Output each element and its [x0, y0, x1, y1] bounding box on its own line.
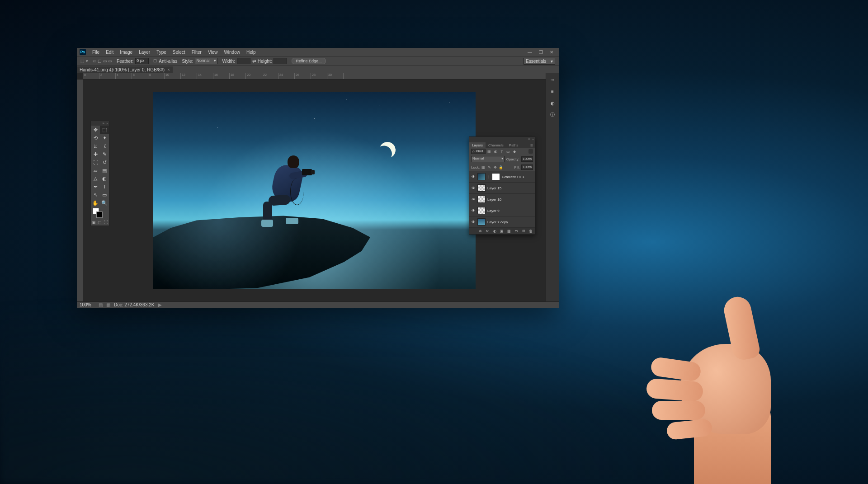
- filter-kind-select[interactable]: ⌕ Kind: [471, 149, 486, 154]
- layer-thumbnail[interactable]: [477, 207, 486, 214]
- history-brush-tool[interactable]: ↺: [100, 158, 109, 166]
- menu-type[interactable]: Type: [154, 49, 169, 56]
- minimize-button[interactable]: —: [525, 49, 534, 55]
- blend-mode-select[interactable]: Normal: [471, 156, 505, 162]
- pen-tool[interactable]: ✒: [91, 183, 100, 191]
- hand-tool[interactable]: ✋: [91, 199, 100, 207]
- info-icon[interactable]: ⓘ: [549, 111, 556, 118]
- document-tab[interactable]: Hands-41.png @ 100% (Layer 0, RGB/8#) ×: [77, 66, 173, 73]
- maximize-button[interactable]: ❐: [536, 49, 545, 55]
- marquee-shape-group[interactable]: ▭ ▢ ▭ ▭: [93, 59, 113, 63]
- collapse-icon[interactable]: ⇤: [528, 137, 531, 141]
- status-arrow-icon[interactable]: ▶: [158, 302, 162, 307]
- layer-row[interactable]: 👁Layer 10: [469, 194, 535, 205]
- expand-icon[interactable]: ⇥: [549, 76, 556, 83]
- menu-filter[interactable]: Filter: [189, 49, 204, 56]
- panel-menu-icon[interactable]: ≡: [528, 143, 535, 148]
- move-tool[interactable]: ✥: [91, 126, 100, 134]
- screenmode-button[interactable]: ⛶: [104, 220, 108, 225]
- layers-footer-icon[interactable]: fx: [485, 229, 490, 233]
- collapse-icon[interactable]: ⇤: [103, 122, 105, 125]
- status-icon[interactable]: ▤: [99, 302, 103, 307]
- visibility-icon[interactable]: 👁: [471, 174, 476, 179]
- filter-type-icon[interactable]: ▦: [486, 149, 492, 154]
- gradient-tool[interactable]: ▤: [100, 166, 109, 174]
- visibility-icon[interactable]: 👁: [471, 220, 476, 224]
- screenmode-button[interactable]: ▢: [98, 220, 102, 225]
- menu-image[interactable]: Image: [117, 49, 135, 56]
- feather-input[interactable]: 0 px: [135, 58, 149, 64]
- filter-type-icon[interactable]: ◆: [512, 149, 517, 154]
- layer-row[interactable]: 👁Layer 7 copy: [469, 216, 535, 228]
- filter-toggle[interactable]: [528, 149, 533, 154]
- layer-thumbnail[interactable]: [492, 173, 500, 180]
- layers-footer-icon[interactable]: 🗑: [528, 229, 533, 233]
- lock-option-icon[interactable]: 🔒: [499, 165, 503, 169]
- menu-view[interactable]: View: [205, 49, 221, 56]
- eraser-tool[interactable]: ▱: [91, 166, 100, 174]
- dodge-tool[interactable]: ◐: [100, 174, 109, 183]
- lock-option-icon[interactable]: ✥: [493, 165, 497, 169]
- layer-thumbnail[interactable]: [477, 173, 486, 180]
- filter-type-icon[interactable]: ▭: [505, 149, 511, 154]
- zoom-level[interactable]: 100%: [80, 302, 95, 307]
- zoom-tool[interactable]: 🔍: [100, 199, 109, 207]
- close-icon[interactable]: ×: [106, 122, 108, 125]
- lock-option-icon[interactable]: ▦: [481, 165, 486, 169]
- workspace-select[interactable]: Essentials▾: [524, 58, 555, 65]
- brush-tool[interactable]: ✎: [100, 150, 109, 158]
- swap-icon[interactable]: ⇄: [252, 59, 256, 64]
- history-icon[interactable]: ≡: [549, 88, 556, 95]
- menu-window[interactable]: Window: [221, 49, 243, 56]
- eyedropper-tool[interactable]: ⁒: [100, 142, 109, 150]
- layers-footer-icon[interactable]: ◐: [492, 229, 497, 233]
- visibility-icon[interactable]: 👁: [471, 197, 476, 202]
- width-input[interactable]: [237, 58, 250, 64]
- canvas[interactable]: [153, 92, 476, 289]
- type-tool[interactable]: T: [100, 183, 109, 191]
- visibility-icon[interactable]: 👁: [471, 186, 476, 190]
- marquee-tool[interactable]: ⬚: [100, 126, 109, 134]
- layer-row[interactable]: 👁Layer 15: [469, 183, 535, 194]
- layer-name[interactable]: Gradient Fill 1: [502, 175, 524, 179]
- layer-row[interactable]: 👁⁞Gradient Fill 1: [469, 171, 535, 183]
- layers-footer-icon[interactable]: 🗀: [514, 229, 519, 233]
- close-icon[interactable]: ×: [532, 138, 534, 141]
- layer-thumbnail[interactable]: [477, 184, 486, 192]
- color-swatches[interactable]: [91, 207, 109, 219]
- menu-file[interactable]: File: [90, 49, 102, 56]
- lasso-tool[interactable]: ⟲: [91, 134, 100, 142]
- path-tool[interactable]: ↖: [91, 191, 100, 199]
- menu-edit[interactable]: Edit: [103, 49, 116, 56]
- vertical-ruler[interactable]: [77, 80, 83, 301]
- opacity-input[interactable]: 100%: [521, 156, 533, 162]
- layers-footer-icon[interactable]: ▦: [507, 229, 511, 233]
- close-tab-icon[interactable]: ×: [167, 67, 170, 72]
- layer-thumbnail[interactable]: [477, 196, 486, 203]
- layer-name[interactable]: Layer 7 copy: [487, 220, 508, 224]
- layer-name[interactable]: Layer 10: [487, 197, 501, 202]
- layer-name[interactable]: Layer 9: [487, 209, 500, 213]
- lock-option-icon[interactable]: ✎: [487, 165, 491, 169]
- visibility-icon[interactable]: 👁: [471, 208, 476, 213]
- shape-tool[interactable]: ▭: [100, 191, 109, 199]
- menu-select[interactable]: Select: [170, 49, 188, 56]
- wand-tool[interactable]: ✦: [100, 134, 109, 142]
- stamp-tool[interactable]: ⛶: [91, 158, 100, 166]
- layers-footer-icon[interactable]: ⊞: [521, 229, 526, 233]
- antialias-checkbox[interactable]: ☐ Anti-alias: [153, 59, 177, 64]
- healing-tool[interactable]: ✚: [91, 150, 100, 158]
- layer-name[interactable]: Layer 15: [487, 186, 501, 190]
- height-input[interactable]: [274, 58, 287, 64]
- filter-type-icon[interactable]: T: [499, 149, 505, 154]
- tool-preset-icon[interactable]: ⬚ ▾: [80, 59, 88, 63]
- close-button[interactable]: ✕: [547, 49, 556, 55]
- style-select[interactable]: Normal: [195, 58, 217, 64]
- refine-edge-button[interactable]: Refine Edge...: [292, 58, 326, 64]
- screenmode-button[interactable]: ▣: [92, 220, 96, 225]
- blur-tool[interactable]: △: [91, 174, 100, 183]
- filter-type-icon[interactable]: ◐: [493, 149, 498, 154]
- tab-channels[interactable]: Channels: [486, 142, 506, 148]
- status-icon[interactable]: ▦: [106, 302, 110, 307]
- background-color[interactable]: [96, 211, 103, 218]
